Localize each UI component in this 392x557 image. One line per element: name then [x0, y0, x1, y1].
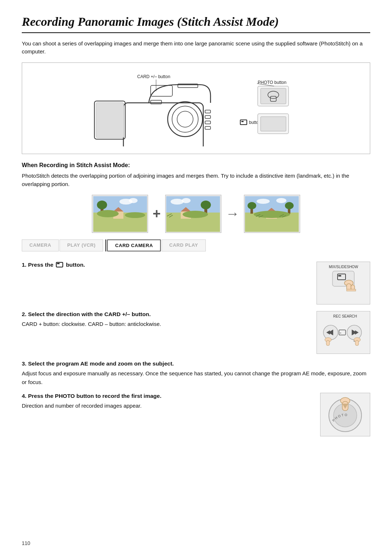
step-4-body: Direction and number of recorded images …: [22, 401, 313, 410]
camera-diagram-svg: CARD +/– button PHOTO button button: [73, 70, 319, 146]
step-1: 1. Press the button. MIX/SLIDESHOW: [22, 262, 370, 304]
panorama-img-result: [244, 195, 300, 233]
step-4: 4. Press the PHOTO button to record the …: [22, 393, 370, 436]
camera-diagram-inner: CARD +/– button PHOTO button button: [33, 70, 359, 146]
svg-point-28: [129, 198, 138, 203]
svg-rect-1: [241, 121, 244, 122]
mode-tabs: CAMERA PLAY (VCR) CARD CAMERA CARD PLAY: [22, 239, 370, 251]
svg-point-29: [97, 210, 119, 217]
svg-point-40: [183, 211, 208, 218]
step-3-body: Adjust focus and exposure manually as ne…: [22, 369, 370, 386]
step-2-body: CARD + button: clockwise. CARD – button:…: [22, 320, 309, 328]
step-2-content: 2. Select the direction with the CARD +/…: [22, 311, 309, 328]
svg-rect-32: [166, 196, 220, 213]
svg-point-5: [177, 111, 193, 127]
when-recording-body: PhotoStitch detects the overlapping port…: [22, 171, 370, 189]
svg-point-47: [248, 202, 256, 209]
svg-point-30: [125, 212, 145, 218]
panorama-img-middle: [165, 195, 221, 233]
svg-point-3: [168, 102, 203, 137]
step-4-img: P H O T O: [320, 393, 370, 436]
step-1-number: 1.: [22, 262, 28, 268]
svg-rect-60: [57, 263, 60, 264]
svg-point-24: [97, 201, 107, 209]
svg-rect-11: [205, 116, 211, 118]
step-3-number: 3.: [22, 360, 28, 367]
tab-card-camera[interactable]: CARD CAMERA: [107, 239, 161, 251]
camera-diagram-box: CARD +/– button PHOTO button button: [22, 62, 370, 154]
when-recording-heading: When Recording in Stitch Assist Mode:: [22, 162, 370, 169]
step-1-img: MIX/SLIDESHOW: [317, 262, 370, 304]
svg-rect-19: [261, 117, 286, 131]
svg-point-49: [285, 202, 294, 209]
when-recording-section: When Recording in Stitch Assist Mode: Ph…: [22, 162, 370, 189]
card-icon-step1: [56, 262, 63, 269]
svg-rect-64: [338, 275, 341, 277]
svg-rect-13: [205, 126, 211, 129]
svg-rect-9: [96, 102, 124, 138]
panorama-illustration-row: + →: [22, 195, 370, 233]
svg-point-38: [171, 199, 184, 205]
svg-rect-59: [56, 262, 63, 267]
svg-text:MIX/SLIDESHOW: MIX/SLIDESHOW: [329, 265, 358, 269]
step-2-heading: 2. Select the direction with the CARD +/…: [22, 311, 309, 318]
step-3: 3. Select the program AE mode and zoom o…: [22, 360, 370, 386]
svg-point-52: [257, 199, 270, 204]
step-1-heading: 1. Press the button.: [22, 262, 309, 269]
arrow-right: →: [226, 206, 240, 222]
plus-sign: +: [152, 206, 160, 222]
svg-rect-68: [347, 289, 356, 291]
camera-body: [94, 84, 211, 146]
intro-text: You can shoot a series of overlapping im…: [22, 40, 370, 56]
panorama-img-left: [92, 195, 148, 233]
svg-rect-83: [326, 340, 330, 346]
step-1-content: 1. Press the button.: [22, 262, 309, 271]
svg-point-39: [182, 198, 191, 203]
svg-rect-10: [205, 110, 211, 113]
svg-rect-14: [151, 100, 162, 104]
svg-point-35: [201, 201, 211, 209]
step-2-number: 2.: [22, 311, 28, 317]
step-4-content: 4. Press the PHOTO button to record the …: [22, 393, 313, 410]
step-1-text-post: button.: [66, 262, 85, 268]
card-plus-minus-label: CARD +/– button: [137, 74, 170, 79]
page-title: Recording Panoramic Images (Stitch Assis…: [22, 15, 370, 33]
svg-text:REC SEARCH: REC SEARCH: [333, 314, 357, 318]
step-4-heading: 4. Press the PHOTO button to record the …: [22, 393, 313, 399]
step-4-number: 4.: [22, 393, 28, 399]
step-3-heading: 3. Select the program AE mode and zoom o…: [22, 360, 370, 367]
card-icon-diagram: [240, 120, 247, 125]
tab-play-vcr[interactable]: PLAY (VCR): [60, 239, 103, 251]
svg-point-53: [276, 198, 286, 203]
tab-card-play[interactable]: CARD PLAY: [162, 239, 205, 251]
svg-rect-81: [355, 340, 359, 346]
tab-camera[interactable]: CAMERA: [22, 239, 59, 251]
svg-point-4: [172, 106, 198, 132]
svg-rect-12: [205, 121, 211, 124]
page-number: 110: [22, 540, 30, 546]
step-1-text-pre: Press the: [28, 262, 53, 268]
step-2-img: REC SEARCH – + ≡: [317, 311, 370, 354]
svg-text:≡: ≡: [340, 332, 341, 334]
tab-divider: [105, 239, 106, 251]
step-2: 2. Select the direction with the CARD +/…: [22, 311, 370, 354]
